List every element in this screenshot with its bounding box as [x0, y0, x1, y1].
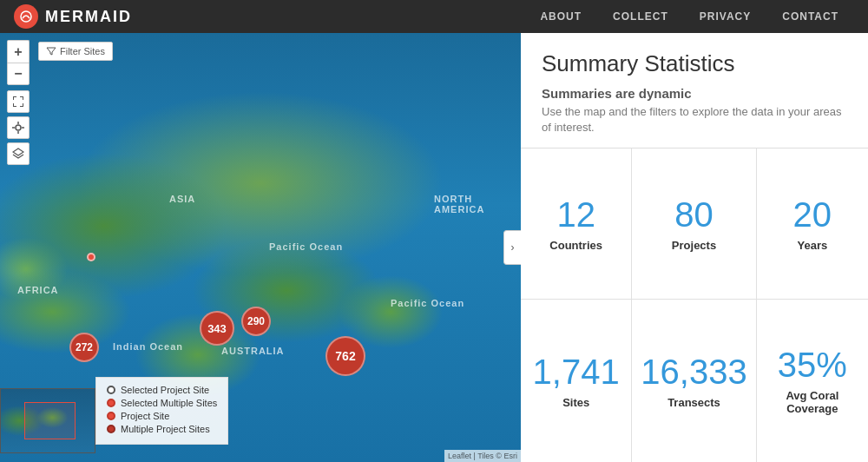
stat-label: Countries — [549, 239, 602, 252]
svg-point-0 — [21, 11, 31, 22]
stat-label: Years — [797, 239, 827, 252]
logo-text: MERMAID — [45, 8, 132, 26]
stat-cell: 12Countries — [521, 148, 632, 299]
stat-label: Projects — [672, 239, 716, 252]
layer-button[interactable] — [7, 142, 30, 165]
legend-dot — [107, 425, 115, 433]
stat-number: 20 — [793, 195, 832, 234]
legend-label: Project Site — [121, 411, 169, 421]
collapse-icon: › — [511, 241, 515, 254]
stats-description: Use the map and the filters to explore t… — [542, 104, 847, 135]
nav: ABOUTCOLLECTPRIVACYCONTACT — [524, 0, 854, 33]
stats-panel: Summary Statistics Summaries are dynamic… — [521, 33, 868, 462]
mini-map — [0, 388, 95, 453]
stat-number: 1,741 — [533, 353, 620, 391]
collapse-button[interactable]: › — [503, 230, 521, 265]
mini-map-viewport — [24, 402, 76, 440]
legend-dot — [107, 399, 115, 407]
stats-grid: 12Countries80Projects20Years1,741Sites16… — [521, 148, 868, 462]
stat-cell: 80Projects — [632, 148, 756, 299]
filter-sites-button[interactable]: Filter Sites — [38, 42, 113, 61]
map-area[interactable]: ASIAAFRICAAUSTRALIAPacific OceanPacific … — [0, 33, 521, 462]
map-extra-controls — [7, 90, 30, 165]
filter-sites-label: Filter Sites — [60, 46, 105, 56]
nav-item-privacy[interactable]: PRIVACY — [684, 0, 766, 33]
stat-number: 35% — [778, 346, 847, 384]
logo-icon — [14, 4, 38, 29]
fullscreen-button[interactable] — [7, 90, 30, 113]
zoom-out-button[interactable]: − — [7, 63, 30, 85]
main: ASIAAFRICAAUSTRALIAPacific OceanPacific … — [0, 33, 868, 462]
stat-number: 16,333 — [641, 353, 746, 391]
header: MERMAID ABOUTCOLLECTPRIVACYCONTACT — [0, 0, 868, 33]
legend-item: Selected Project Site — [107, 385, 217, 395]
map-attribution: Leaflet | Tiles © Esri — [444, 450, 521, 462]
legend-label: Selected Multiple Sites — [121, 398, 217, 408]
legend-dot — [107, 412, 115, 420]
map-legend: Selected Project SiteSelected Multiple S… — [95, 377, 228, 445]
stat-label: Avg Coral Coverage — [766, 389, 859, 415]
legend-dot — [107, 386, 115, 394]
stat-cell: 1,741Sites — [521, 300, 632, 462]
stats-header: Summary Statistics Summaries are dynamic… — [521, 33, 868, 148]
legend-item: Selected Multiple Sites — [107, 398, 217, 408]
cluster-marker[interactable]: 762 — [326, 336, 365, 376]
legend-label: Multiple Project Sites — [121, 424, 210, 434]
map-controls: + − — [7, 40, 30, 165]
nav-item-about[interactable]: ABOUT — [524, 0, 597, 33]
svg-point-1 — [16, 125, 21, 130]
legend-item: Project Site — [107, 411, 217, 421]
stat-number: 80 — [674, 195, 713, 234]
locate-button[interactable] — [7, 116, 30, 139]
cluster-marker[interactable]: 272 — [69, 333, 99, 362]
cluster-marker[interactable]: 343 — [200, 311, 234, 346]
cluster-marker[interactable]: 290 — [241, 307, 271, 336]
stat-cell: 16,333Transects — [632, 300, 756, 462]
zoom-in-button[interactable]: + — [7, 40, 30, 63]
nav-item-contact[interactable]: CONTACT — [766, 0, 854, 33]
stats-subtitle: Summaries are dynamic — [542, 86, 847, 101]
svg-marker-6 — [13, 148, 23, 155]
stat-number: 12 — [556, 195, 595, 234]
stat-cell: 20Years — [757, 148, 868, 299]
stat-label: Transects — [667, 396, 720, 409]
legend-label: Selected Project Site — [121, 385, 209, 395]
legend-item: Multiple Project Sites — [107, 424, 217, 434]
stats-title: Summary Statistics — [542, 50, 847, 77]
logo-area: MERMAID — [14, 4, 524, 29]
zoom-controls: + − — [7, 40, 30, 85]
stat-cell: 35%Avg Coral Coverage — [757, 300, 868, 462]
stat-label: Sites — [562, 396, 589, 409]
nav-item-collect[interactable]: COLLECT — [597, 0, 684, 33]
dot-marker[interactable] — [87, 253, 95, 261]
